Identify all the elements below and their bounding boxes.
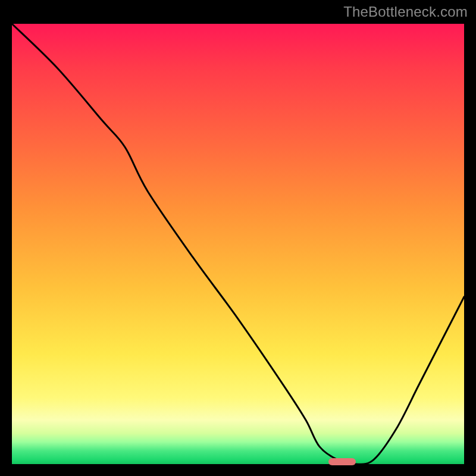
plot-area [12, 24, 464, 464]
chart-frame: TheBottleneck.com [0, 0, 476, 476]
bottleneck-curve [12, 24, 464, 464]
minimum-marker [328, 458, 356, 465]
watermark-label: TheBottleneck.com [343, 4, 468, 20]
